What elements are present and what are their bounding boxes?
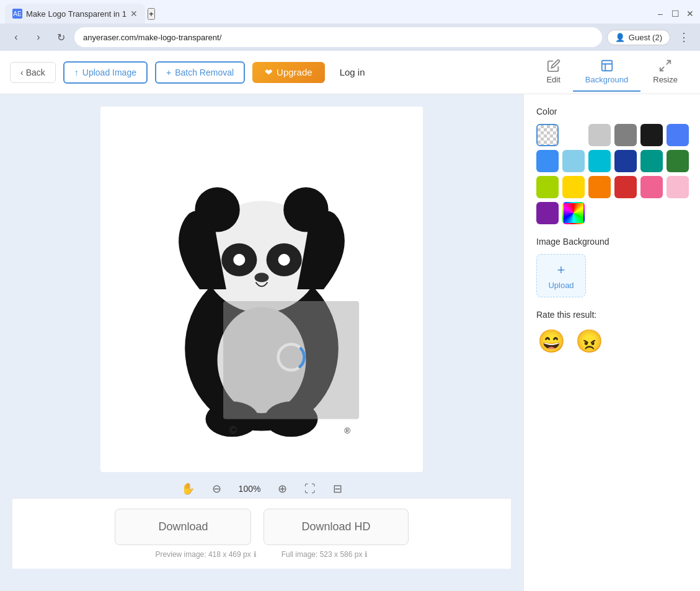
panda-image: © WWF ® — [138, 141, 386, 438]
download-hd-label: Download HD — [301, 520, 370, 533]
fullscreen-button[interactable]: ⛶ — [299, 480, 321, 498]
back-chevron-icon: ‹ — [20, 68, 24, 77]
background-icon — [600, 59, 614, 72]
color-swatch-red[interactable] — [614, 176, 637, 198]
color-swatch-sky-blue[interactable] — [562, 150, 585, 172]
tab-background[interactable]: Background — [573, 53, 640, 92]
canvas-area: © WWF ® ✋ ⊖ 100% ⊕ ⛶ ⊟ — [0, 94, 523, 591]
svg-line-2 — [660, 67, 664, 71]
split-view-button[interactable]: ⊟ — [328, 479, 347, 498]
tab-title: Make Logo Transparent in 1 — [26, 9, 126, 19]
color-swatch-transparent[interactable] — [536, 124, 559, 146]
color-swatch-white[interactable] — [562, 124, 585, 146]
right-panel: Color Image Background + Upload Rate thi… — [523, 94, 700, 591]
full-info-icon: ℹ — [365, 550, 368, 559]
tab-resize[interactable]: Resize — [640, 53, 690, 92]
tab-resize-label: Resize — [653, 75, 678, 84]
upload-image-button[interactable]: ↑ Upload Image — [63, 61, 148, 84]
address-input[interactable] — [74, 27, 602, 47]
svg-line-1 — [667, 61, 670, 64]
zoom-out-button[interactable]: ⊖ — [207, 479, 226, 498]
forward-nav-button[interactable]: › — [30, 28, 47, 46]
image-canvas[interactable]: © WWF ® — [100, 107, 423, 472]
edit-icon — [547, 59, 560, 72]
color-swatch-yellow[interactable] — [562, 176, 585, 198]
color-swatch-dark-blue[interactable] — [614, 150, 637, 172]
plus-bg-icon: + — [557, 262, 565, 278]
color-swatch-orange[interactable] — [588, 176, 611, 198]
color-swatch-gray[interactable] — [614, 124, 637, 146]
rate-section: Rate this result: 😄 😠 — [536, 310, 688, 356]
back-label: Back — [26, 68, 45, 77]
zoom-in-button[interactable]: ⊕ — [273, 479, 292, 498]
new-tab-button[interactable]: + — [148, 8, 155, 20]
right-panel-tabs: Edit Background Resize — [534, 53, 690, 92]
tab-bar: AE Make Logo Transparent in 1 ✕ + – ☐ ✕ — [0, 0, 700, 24]
tab-edit[interactable]: Edit — [534, 53, 572, 92]
close-button[interactable]: ✕ — [685, 9, 695, 19]
browser-menu-button[interactable]: ⋮ — [675, 28, 693, 46]
download-area: Download Download HD Preview image: 418 … — [12, 498, 511, 569]
color-swatch-rainbow[interactable] — [562, 202, 585, 224]
window-controls: – ☐ ✕ — [655, 9, 695, 19]
minimize-button[interactable]: – — [655, 9, 665, 19]
login-button[interactable]: Log in — [332, 62, 373, 82]
color-swatch-purple[interactable] — [536, 202, 559, 224]
address-bar: ‹ › ↻ 👤 Guest (2) ⋮ — [0, 24, 700, 51]
color-swatch-lime[interactable] — [536, 176, 559, 198]
back-button[interactable]: ‹ Back — [10, 62, 56, 83]
image-bg-label: Image Background — [536, 237, 688, 247]
pan-tool-button[interactable]: ✋ — [176, 479, 200, 498]
back-nav-button[interactable]: ‹ — [7, 28, 25, 46]
color-swatch-light-pink[interactable] — [667, 176, 689, 198]
download-label: Download — [158, 520, 208, 533]
profile-icon: 👤 — [615, 33, 625, 42]
svg-point-11 — [255, 273, 269, 282]
svg-rect-0 — [601, 61, 612, 71]
active-tab[interactable]: AE Make Logo Transparent in 1 ✕ — [5, 4, 145, 24]
resize-icon — [658, 59, 672, 72]
upload-bg-label: Upload — [548, 281, 574, 290]
app-header: ‹ Back ↑ Upload Image + Batch Removal ❤ … — [0, 51, 700, 94]
color-swatch-green[interactable] — [667, 150, 689, 172]
tab-edit-label: Edit — [546, 75, 560, 84]
svg-point-10 — [278, 254, 290, 266]
happy-emoji-button[interactable]: 😄 — [536, 327, 567, 356]
angry-emoji-button[interactable]: 😠 — [574, 327, 605, 356]
preview-info-icon: ℹ — [254, 550, 257, 559]
full-meta: Full image: 523 x 586 px ℹ — [281, 550, 368, 559]
batch-removal-button[interactable]: + Batch Removal — [155, 61, 245, 84]
preview-meta-text: Preview image: 418 x 469 px — [156, 550, 251, 559]
rate-label: Rate this result: — [536, 310, 688, 320]
download-hd-button[interactable]: Download HD — [264, 509, 408, 545]
color-swatch-bright-blue[interactable] — [536, 150, 559, 172]
download-button[interactable]: Download — [115, 509, 251, 545]
profile-button[interactable]: 👤 Guest (2) — [607, 30, 670, 45]
canvas-toolbar: ✋ ⊖ 100% ⊕ ⛶ ⊟ — [176, 479, 348, 498]
upload-background-button[interactable]: + Upload — [536, 254, 586, 297]
color-swatch-blue[interactable] — [667, 124, 689, 146]
reload-button[interactable]: ↻ — [52, 28, 69, 46]
upgrade-label: Upgrade — [277, 67, 312, 77]
tab-close-btn[interactable]: ✕ — [130, 9, 138, 19]
color-swatch-cyan[interactable] — [588, 150, 611, 172]
main-layout: © WWF ® ✋ ⊖ 100% ⊕ ⛶ ⊟ — [0, 94, 700, 591]
svg-rect-18 — [223, 301, 359, 419]
maximize-button[interactable]: ☐ — [670, 9, 680, 19]
zoom-level: 100% — [234, 483, 266, 495]
svg-text:WWF: WWF — [188, 434, 294, 438]
color-section-label: Color — [536, 107, 688, 116]
upgrade-button[interactable]: ❤ Upgrade — [252, 62, 325, 83]
browser-chrome: AE Make Logo Transparent in 1 ✕ + – ☐ ✕ … — [0, 0, 700, 51]
color-swatch-light-gray[interactable] — [588, 124, 611, 146]
color-swatch-pink-red[interactable] — [640, 176, 663, 198]
login-label: Log in — [340, 67, 365, 77]
download-buttons: Download Download HD — [115, 509, 408, 545]
emoji-row: 😄 😠 — [536, 327, 688, 356]
tab-background-label: Background — [585, 75, 628, 84]
color-swatch-teal[interactable] — [640, 150, 663, 172]
download-meta: Preview image: 418 x 469 px ℹ Full image… — [156, 550, 368, 559]
color-swatch-black[interactable] — [640, 124, 663, 146]
heart-icon: ❤ — [265, 67, 273, 78]
full-meta-text: Full image: 523 x 586 px — [281, 550, 363, 559]
